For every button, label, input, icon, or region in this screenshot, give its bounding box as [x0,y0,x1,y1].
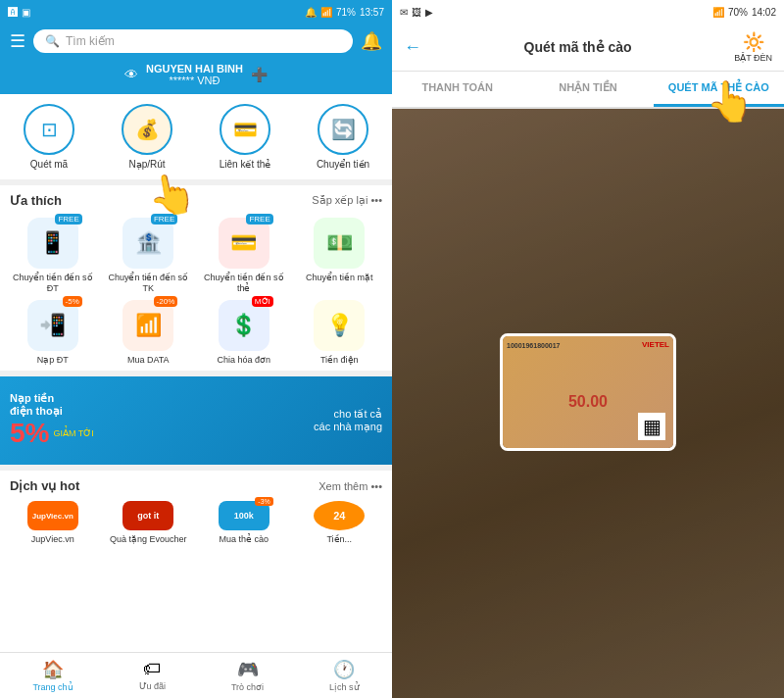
status-bar-left: 🅰 ▣ 🔔 📶 71% 13:57 [0,0,392,24]
hot-icon-gotit: got it [122,501,173,530]
back-button[interactable]: ← [404,37,421,58]
lamp-icon: 🔆 [743,31,764,53]
nav-games-label: Trò chơi [231,682,264,692]
banner-section: Nạp tiền điện thoại 5% GIẢM TỚI cho tất … [0,376,392,465]
history-icon: 🕐 [333,659,355,680]
lamp-area[interactable]: 🔆 BẬT ĐÈN [734,31,772,63]
search-box[interactable]: 🔍 Tìm kiếm [33,29,353,53]
battery-left: 71% [336,7,356,18]
hot-title: Dịch vụ hot [10,478,79,493]
fav-chuyen-tien-the[interactable]: 💳 FREE Chuyển tiền đến số thẻ [199,218,289,294]
fav-badge-dt: FREE [55,214,81,224]
hot-header: Dịch vụ hot Xem thêm ••• [0,471,392,497]
fav-label-dt: Chuyển tiền đến số ĐT [8,273,98,294]
action-lien-ket[interactable]: 💳 Liên kết thẻ [206,104,284,170]
nav-home-label: Trang chủ [32,682,73,692]
favorites-action[interactable]: Sắp xếp lại ••• [312,194,382,207]
banner-left: Nạp tiền điện thoại 5% GIẢM TỚI [10,392,196,449]
fav-chuyen-tien-mat[interactable]: 💵 Chuyển tiền mặt [295,218,385,294]
banner-giamtoi: GIẢM TỚI [53,428,93,438]
status-right-right: 📶 70% 14:02 [712,7,776,18]
fav-badge-data: -20% [154,296,178,307]
hot-jupviec[interactable]: JupViec.vn JupViec.vn [8,501,98,544]
offers-icon: 🏷 [143,659,161,679]
tabs-bar: THANH TOÁN NHẬN TIỀN QUÉT MÃ THẺ CÀO [392,72,784,109]
nav-offers[interactable]: 🏷 Ưu đãi [139,659,167,692]
hot-label-thecao: Mua thẻ cào [219,534,269,544]
nap-rut-circle: 💰 [122,104,172,155]
search-icon: 🔍 [45,34,60,48]
fav-icon-dt: 📱 FREE [27,218,78,269]
fav-icon-nap: 📲 -5% [27,300,78,351]
scan-frame: 10001961800017 VIETEL 50.00 ▦ [500,333,676,451]
fav-badge-the: FREE [246,214,272,224]
account-name: NGUYEN HAI BINH [146,63,243,75]
status-bar-right: ✉ 🖼 ▶ 📶 70% 14:02 [392,0,784,24]
wifi-icon-right: 📶 [712,7,724,18]
favorites-header: Ưa thích Sắp xếp lại ••• [0,185,392,212]
add-account-icon[interactable]: ➕ [251,67,268,82]
hot-icon-jupviec: JupViec.vn [27,501,78,530]
tab-scan[interactable]: QUÉT MÃ THẺ CÀO [654,72,784,107]
wifi-icon: 📶 [320,7,332,18]
fav-tien-dien[interactable]: 💡 Tiền điện [295,300,385,366]
tab-payment[interactable]: THANH TOÁN [392,72,522,107]
card-logo: VIETEL [642,340,669,349]
right-panel: ✉ 🖼 ▶ 📶 70% 14:02 ← Quét mã thẻ cào 🔆 BẬ… [392,0,784,698]
hot-gotit[interactable]: got it Quà tặng Evoucher [104,501,194,544]
hot-icon-thecao-wrap: 100k -3% [219,501,270,530]
action-qr[interactable]: ⊡ Quét mã [10,104,88,170]
hamburger-icon[interactable]: ☰ [10,30,25,52]
img-icon: 🖼 [412,7,421,18]
hot-the-cao[interactable]: 100k -3% Mua thẻ cào [199,501,289,544]
search-placeholder: Tìm kiếm [66,34,115,48]
hot-grid: JupViec.vn JupViec.vn got it Quà tặng Ev… [0,497,392,548]
action-nap-rut[interactable]: 💰 Nạp/Rút [108,104,186,170]
fav-chuyen-tien-dt[interactable]: 📱 FREE Chuyển tiền đến số ĐT [8,218,98,294]
lien-ket-label: Liên kết thẻ [220,159,271,170]
nav-history[interactable]: 🕐 Lịch sử [329,659,360,692]
fav-label-data: Mua DATA [127,355,170,366]
camera-view: 10001961800017 VIETEL 50.00 ▦ Quét thẻ c… [392,109,784,698]
fav-label-dien: Tiền điện [320,355,359,366]
nap-rut-label: Nạp/Rút [128,159,165,170]
fav-chia-hoa-don[interactable]: 💲 MỚI Chia hóa đơn [199,300,289,366]
status-icons-left: 🅰 ▣ [8,7,30,18]
fav-label-the: Chuyển tiền đến số thẻ [199,273,289,294]
app-icon1: 🅰 [8,7,18,18]
favorites-grid: 📱 FREE Chuyển tiền đến số ĐT 🏦 FREE Chuy… [0,212,392,371]
banner-top-text2: điện thoại [10,405,196,418]
banner-percent: 5% [10,418,49,449]
top-bar: ☰ 🔍 Tìm kiếm 🔔 [0,24,392,59]
left-panel: 🅰 ▣ 🔔 📶 71% 13:57 ☰ 🔍 Tìm kiếm 🔔 👁 NGU [0,0,392,698]
fav-label-tk: Chuyển tiền đến số TK [104,273,194,294]
nav-home[interactable]: 🏠 Trang chủ [32,659,73,692]
account-bar: 👁 NGUYEN HAI BINH ****** VNĐ ➕ [0,59,392,94]
fav-mua-data[interactable]: 📶 -20% Mua DATA [104,300,194,366]
eye-icon[interactable]: 👁 [124,67,138,82]
card-value: 50.00 [568,393,608,411]
action-chuyen-tien[interactable]: 🔄 Chuyển tiền [304,104,382,170]
play-icon: ▶ [425,7,433,18]
home-icon: 🏠 [42,659,64,680]
hot-tien[interactable]: 24 Tiền... [295,501,385,544]
fav-icon-hoa-don: 💲 MỚI [219,300,270,351]
fav-chuyen-tien-tk[interactable]: 🏦 FREE Chuyển tiền đến số TK [104,218,194,294]
bell-icon[interactable]: 🔔 [361,30,382,52]
hot-action[interactable]: Xem thêm ••• [318,480,382,492]
fav-label-mat: Chuyển tiền mặt [306,273,373,283]
nav-games[interactable]: 🎮 Trò chơi [231,659,264,692]
fav-badge-nap: -5% [63,296,82,307]
fav-nap-dt[interactable]: 📲 -5% Nạp ĐT [8,300,98,366]
status-right-left: 🔔 📶 71% 13:57 [305,7,384,18]
bottom-nav: 🏠 Trang chủ 🏷 Ưu đãi 🎮 Trò chơi 🕐 Lịch s… [0,652,392,698]
account-info: NGUYEN HAI BINH ****** VNĐ [146,63,243,86]
alarm-icon: 🔔 [305,7,317,18]
nav-offers-label: Ưu đãi [139,681,167,691]
quick-actions: ⊡ Quét mã 💰 Nạp/Rút 💳 Liên kết thẻ 🔄 Chu… [0,94,392,179]
account-balance: ****** VNĐ [146,75,243,86]
tab-receive[interactable]: NHẬN TIỀN [522,72,653,107]
hot-label-jupviec: JupViec.vn [31,534,74,544]
qr-label: Quét mã [30,159,68,170]
right-top-bar: ← Quét mã thẻ cào 🔆 BẬT ĐÈN [392,24,784,72]
